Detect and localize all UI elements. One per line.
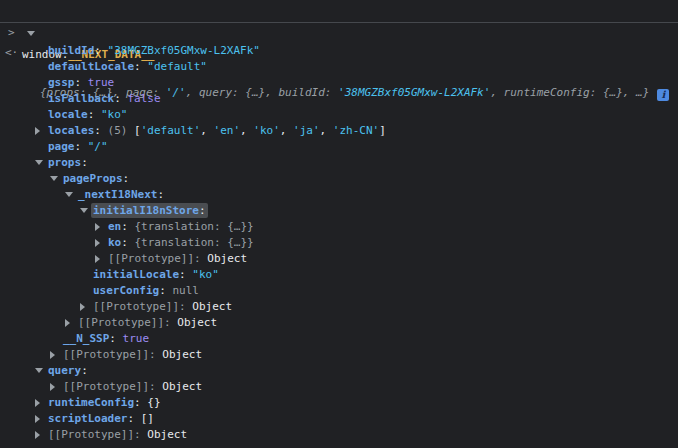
- tree-row[interactable]: locales: (5) ['default', 'en', 'ko', 'ja…: [0, 123, 678, 139]
- property-punctuation: Object: [177, 316, 217, 329]
- tree-row[interactable]: initialI18nStore:: [0, 203, 678, 219]
- property-punctuation: :: [121, 236, 134, 249]
- property-key: initialLocale: [93, 268, 179, 281]
- tree-row[interactable]: _nextI18Next:: [0, 187, 678, 203]
- console-result-row[interactable]: <· {props: {…}, page: '/', query: {…}, b…: [0, 23, 678, 43]
- disclosure-triangle-icon[interactable]: [35, 160, 43, 165]
- property-key: locales: [48, 124, 94, 137]
- property-meta-text: [[Prototype]]: [63, 348, 149, 361]
- disclosure-triangle-icon[interactable]: [50, 383, 55, 391]
- property-value-string: "ko": [101, 108, 128, 121]
- property-punctuation: ,: [320, 124, 333, 137]
- property-punctuation: Object: [207, 252, 247, 265]
- tree-row[interactable]: [[Prototype]]: Object: [0, 347, 678, 363]
- tree-row[interactable]: [[Prototype]]: Object: [0, 427, 678, 443]
- highlighted-property: initialI18nStore:: [91, 203, 208, 218]
- property-value-boolean: true: [88, 76, 115, 89]
- disclosure-triangle-icon[interactable]: [27, 31, 35, 36]
- disclosure-triangle-icon[interactable]: [80, 303, 85, 311]
- property-punctuation: :: [94, 44, 107, 57]
- tree-row: userConfig: null: [0, 283, 678, 299]
- property-punctuation: []: [141, 412, 154, 425]
- property-punctuation: :: [134, 396, 147, 409]
- property-meta-text: :: [164, 316, 177, 329]
- property-meta-text: [[Prototype]]: [78, 316, 164, 329]
- disclosure-triangle-icon[interactable]: [95, 239, 100, 247]
- tree-row: initialLocale: "ko": [0, 267, 678, 283]
- tree-row[interactable]: pageProps:: [0, 171, 678, 187]
- property-meta-text: [[Prototype]]: [63, 380, 149, 393]
- property-punctuation: [: [134, 124, 141, 137]
- tree-row: defaultLocale: "default": [0, 59, 678, 75]
- property-value-boolean: false: [127, 92, 160, 105]
- tree-row[interactable]: query:: [0, 363, 678, 379]
- property-punctuation: :: [179, 268, 192, 281]
- disclosure-triangle-icon[interactable]: [65, 319, 70, 327]
- disclosure-triangle-icon[interactable]: [50, 351, 55, 359]
- property-value-string: 'ko': [253, 124, 280, 137]
- tree-row[interactable]: en: {translation: {…}}: [0, 219, 678, 235]
- property-punctuation: {}: [147, 396, 160, 409]
- property-punctuation: Object: [162, 380, 202, 393]
- property-value-string: "ko": [192, 268, 219, 281]
- property-value-string: "default": [147, 60, 207, 73]
- tree-row[interactable]: [[Prototype]]: Object: [0, 251, 678, 267]
- disclosure-triangle-icon[interactable]: [95, 223, 100, 231]
- property-punctuation: :: [75, 76, 88, 89]
- tree-row: gssp: true: [0, 75, 678, 91]
- tree-row[interactable]: [[Prototype]]: Object: [0, 299, 678, 315]
- disclosure-triangle-icon[interactable]: [65, 192, 73, 197]
- devtools-console: > window.__NEXT_DATA__ <· {props: {…}, p…: [0, 0, 678, 448]
- property-key: en: [108, 220, 121, 233]
- property-punctuation: ,: [280, 124, 293, 137]
- property-value-string: 'zh-CN': [333, 124, 379, 137]
- tree-row[interactable]: props:: [0, 155, 678, 171]
- console-object-tree: buildId: "38MGZBxf05GMxw-L2XAFk"defaultL…: [0, 43, 678, 443]
- property-key: query: [48, 364, 81, 377]
- property-punctuation: :: [109, 332, 122, 345]
- tree-row: buildId: "38MGZBxf05GMxw-L2XAFk": [0, 43, 678, 59]
- disclosure-triangle-icon[interactable]: [35, 415, 40, 423]
- tree-row: locale: "ko": [0, 107, 678, 123]
- property-key: page: [48, 140, 75, 153]
- property-meta-text: :: [134, 428, 147, 441]
- property-value-string: 'default': [141, 124, 201, 137]
- property-meta-text: [[Prototype]]: [93, 300, 179, 313]
- tree-row[interactable]: [[Prototype]]: Object: [0, 379, 678, 395]
- disclosure-triangle-icon[interactable]: [35, 127, 40, 135]
- tree-row[interactable]: runtimeConfig: {}: [0, 395, 678, 411]
- disclosure-triangle-icon[interactable]: [35, 431, 40, 439]
- property-key: initialI18nStore: [93, 204, 199, 217]
- property-meta-text: [[Prototype]]: [48, 428, 134, 441]
- property-punctuation: :: [134, 60, 147, 73]
- property-punctuation: :: [199, 204, 206, 217]
- property-punctuation: :: [94, 124, 107, 137]
- property-meta-text: {translation: {…}}: [135, 236, 254, 249]
- disclosure-triangle-icon[interactable]: [35, 368, 43, 373]
- property-key: scriptLoader: [48, 412, 127, 425]
- tree-row[interactable]: ko: {translation: {…}}: [0, 235, 678, 251]
- property-meta-text: (5): [108, 124, 135, 137]
- property-key: defaultLocale: [48, 60, 134, 73]
- property-meta-text: :: [149, 348, 162, 361]
- property-punctuation: Object: [147, 428, 187, 441]
- property-punctuation: :: [121, 220, 134, 233]
- property-key: ko: [108, 236, 121, 249]
- disclosure-triangle-icon[interactable]: [80, 208, 88, 213]
- tree-row: isFallback: false: [0, 91, 678, 107]
- property-key: gssp: [48, 76, 75, 89]
- property-key: locale: [48, 108, 88, 121]
- property-key: pageProps: [63, 172, 123, 185]
- disclosure-triangle-icon[interactable]: [95, 255, 100, 263]
- disclosure-triangle-icon[interactable]: [35, 399, 40, 407]
- tree-row[interactable]: [[Prototype]]: Object: [0, 315, 678, 331]
- property-punctuation: :: [81, 156, 88, 169]
- property-key: __N_SSP: [63, 332, 109, 345]
- property-meta-text: [[Prototype]]: [108, 252, 194, 265]
- disclosure-triangle-icon[interactable]: [50, 176, 58, 181]
- property-punctuation: :: [114, 92, 127, 105]
- property-punctuation: ]: [379, 124, 386, 137]
- tree-row[interactable]: scriptLoader: []: [0, 411, 678, 427]
- property-punctuation: :: [75, 140, 88, 153]
- property-key: isFallback: [48, 92, 114, 105]
